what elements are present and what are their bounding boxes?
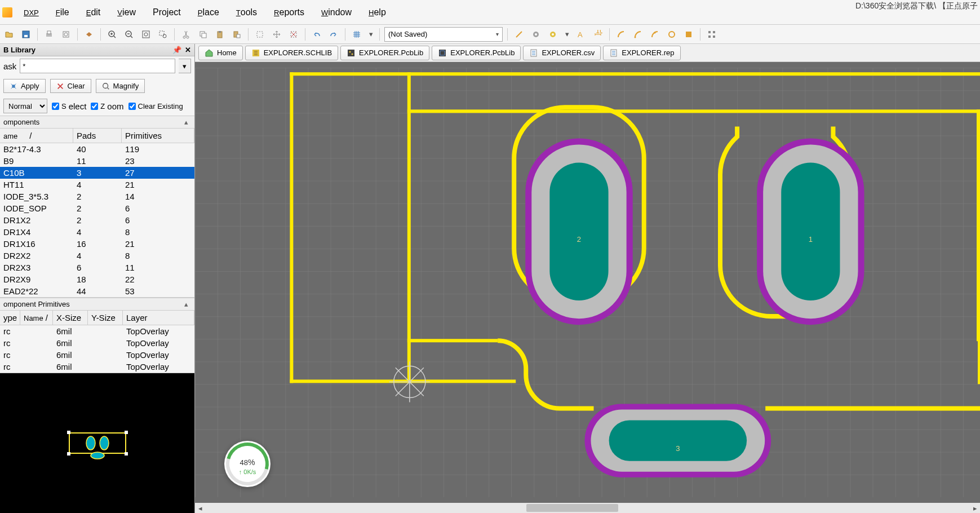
scroll-up-icon[interactable]: ▴ bbox=[181, 118, 191, 126]
via-icon[interactable] bbox=[546, 28, 560, 41]
array-icon[interactable] bbox=[705, 28, 719, 41]
cut-icon[interactable] bbox=[179, 28, 193, 41]
menu-project[interactable]: Project bbox=[145, 4, 189, 21]
table-row[interactable]: B91123 bbox=[0, 155, 194, 167]
table-row[interactable]: IODE_3*5.3214 bbox=[0, 191, 194, 202]
via-dropdown-icon[interactable]: ▾ bbox=[563, 28, 571, 41]
table-row[interactable]: HT11421 bbox=[0, 179, 194, 191]
table-row[interactable]: rc6milTopOverlay bbox=[0, 325, 194, 337]
panel-pin-icon[interactable]: 📌 bbox=[172, 46, 181, 54]
undo-icon[interactable] bbox=[310, 28, 323, 41]
scroll-up-icon[interactable]: ▴ bbox=[181, 300, 191, 308]
menu-tools[interactable]: Tools bbox=[228, 4, 265, 21]
table-row[interactable]: DR1X226 bbox=[0, 214, 194, 226]
string-icon[interactable]: A bbox=[574, 28, 588, 41]
pad-1-label: 1 bbox=[809, 235, 813, 244]
workspace-icon[interactable] bbox=[82, 28, 96, 41]
copy-icon[interactable] bbox=[196, 28, 210, 41]
apply-button[interactable]: Apply bbox=[3, 79, 46, 93]
tab-csv[interactable]: EXPLORER.csv bbox=[523, 46, 601, 60]
zoom-in-icon[interactable] bbox=[105, 28, 119, 41]
zoom-select-icon[interactable] bbox=[156, 28, 170, 41]
svg-rect-57 bbox=[407, 72, 411, 383]
panel-title: B Library 📌 ✕ bbox=[0, 44, 194, 56]
table-row[interactable]: rc6milTopOverlay bbox=[0, 349, 194, 361]
table-row[interactable]: DR2X3611 bbox=[0, 262, 194, 273]
redo-icon[interactable] bbox=[327, 28, 340, 41]
clear-button[interactable]: Clear bbox=[50, 79, 91, 93]
table-row[interactable]: DR2X91822 bbox=[0, 273, 194, 285]
table-row[interactable]: EAD2*224453 bbox=[0, 285, 194, 297]
grid-icon[interactable] bbox=[350, 28, 363, 41]
tab-schlib[interactable]: EXPLORER.SCHLIB bbox=[245, 46, 338, 60]
table-row[interactable]: DR2X248 bbox=[0, 250, 194, 262]
menu-edit[interactable]: Edit bbox=[78, 4, 109, 21]
svg-rect-63 bbox=[549, 163, 608, 301]
menu-view[interactable]: View bbox=[109, 4, 144, 21]
dimension-icon[interactable]: 10,10 bbox=[591, 28, 605, 41]
arc-any-icon[interactable] bbox=[648, 28, 662, 41]
menu-window[interactable]: Window bbox=[313, 4, 360, 21]
paste-special-icon[interactable] bbox=[230, 28, 243, 41]
grid-dropdown-icon[interactable]: ▾ bbox=[367, 28, 375, 41]
clear-existing-checkbox[interactable]: Clear Existing bbox=[128, 102, 183, 110]
layer-combo[interactable]: (Not Saved) bbox=[384, 27, 503, 42]
pcb-canvas[interactable]: 2 1 3 bbox=[195, 62, 980, 503]
col-name[interactable]: ame / bbox=[0, 129, 73, 143]
table-row[interactable]: DR1X161621 bbox=[0, 238, 194, 250]
menu-help[interactable]: Help bbox=[361, 4, 394, 21]
pad-3-label: 3 bbox=[676, 444, 680, 453]
line-icon[interactable] bbox=[512, 28, 526, 41]
paste-icon[interactable] bbox=[213, 28, 227, 41]
horizontal-scrollbar[interactable]: ◂ ▸ bbox=[195, 503, 980, 513]
table-row[interactable]: C10B327 bbox=[0, 167, 194, 179]
table-row[interactable]: IODE_SOP26 bbox=[0, 202, 194, 214]
table-row[interactable]: rc6milTopOverlay bbox=[0, 361, 194, 373]
mask-dropdown-icon[interactable]: ▾ bbox=[179, 59, 191, 73]
col-pads[interactable]: Pads bbox=[73, 129, 122, 143]
menu-place[interactable]: Place bbox=[190, 4, 227, 21]
table-row[interactable]: B2*17-4.340119 bbox=[0, 143, 194, 155]
save-icon[interactable] bbox=[19, 28, 33, 41]
select-rect-icon[interactable] bbox=[253, 28, 267, 41]
col-type[interactable]: ype bbox=[0, 311, 20, 325]
col-name[interactable]: Name / bbox=[20, 311, 53, 325]
mode-select[interactable]: Normal bbox=[3, 99, 47, 113]
menu-reports[interactable]: Reports bbox=[266, 4, 312, 21]
table-row[interactable]: DR1X448 bbox=[0, 226, 194, 238]
col-ysize[interactable]: Y-Size bbox=[88, 311, 123, 325]
magnify-button[interactable]: Magnify bbox=[96, 79, 145, 93]
arc-center-icon[interactable] bbox=[614, 28, 628, 41]
open-icon[interactable] bbox=[2, 28, 16, 41]
circle-icon[interactable] bbox=[665, 28, 679, 41]
tab-pcblib1[interactable]: EXPLORER.PcbLib bbox=[340, 46, 429, 60]
mask-input[interactable] bbox=[20, 59, 175, 73]
speed-widget[interactable]: 48% ↑ 0K/s bbox=[224, 441, 271, 487]
menu-dxp[interactable]: DXP bbox=[16, 4, 47, 21]
col-layer[interactable]: Layer bbox=[123, 311, 194, 325]
components-header: omponents ▴ bbox=[0, 116, 194, 129]
col-primitives[interactable]: Primitives bbox=[122, 129, 194, 143]
pad-icon[interactable] bbox=[529, 28, 543, 41]
primitives-grid: ype Name / X-Size Y-Size Layer rc6milTop… bbox=[0, 311, 194, 373]
select-checkbox[interactable]: Select bbox=[52, 101, 86, 111]
deselect-icon[interactable] bbox=[287, 28, 300, 41]
zoom-out-icon[interactable] bbox=[122, 28, 136, 41]
component-preview bbox=[0, 373, 194, 513]
tab-rep[interactable]: EXPLORER.rep bbox=[603, 46, 680, 60]
print-icon[interactable] bbox=[42, 28, 56, 41]
table-row[interactable]: rc6milTopOverlay bbox=[0, 337, 194, 349]
preview-icon[interactable] bbox=[59, 28, 73, 41]
fill-icon[interactable] bbox=[682, 28, 695, 41]
scroll-left-icon[interactable]: ◂ bbox=[195, 503, 205, 513]
menu-file[interactable]: File bbox=[48, 4, 77, 21]
move-icon[interactable] bbox=[270, 28, 283, 41]
zoom-checkbox[interactable]: Zoom bbox=[91, 101, 123, 111]
tab-pcblib2[interactable]: EXPLORER.PcbLib bbox=[432, 46, 521, 60]
panel-close-icon[interactable]: ✕ bbox=[185, 46, 191, 54]
scroll-right-icon[interactable]: ▸ bbox=[970, 503, 980, 513]
col-xsize[interactable]: X-Size bbox=[53, 311, 88, 325]
zoom-fit-icon[interactable] bbox=[139, 28, 153, 41]
arc-edge-icon[interactable] bbox=[631, 28, 645, 41]
tab-home[interactable]: Home bbox=[198, 46, 243, 60]
